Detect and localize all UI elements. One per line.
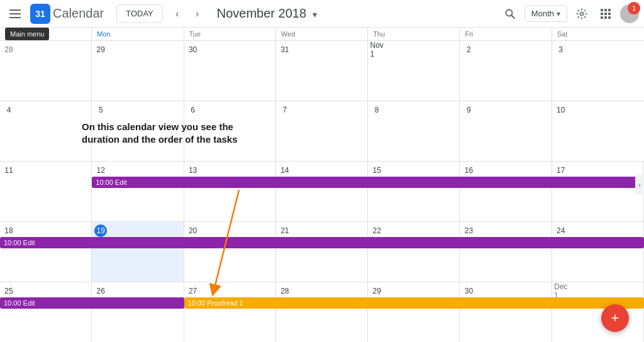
day-num: 31: [279, 43, 291, 56]
day-num: 29: [370, 285, 383, 297]
day-cell[interactable]: 30: [460, 282, 552, 342]
day-cell[interactable]: 2: [460, 41, 552, 101]
day-cell[interactable]: 18: [0, 222, 92, 282]
svg-rect-12: [601, 16, 603, 19]
apps-button[interactable]: [596, 4, 615, 23]
next-button[interactable]: ›: [188, 4, 207, 23]
svg-rect-8: [608, 9, 611, 11]
day-headers: Sun Mon Tue Wed Thu Fri Sat: [0, 28, 644, 41]
day-num: 28: [279, 285, 291, 297]
day-num: 11: [3, 164, 15, 177]
day-num: 15: [370, 164, 383, 177]
account-button[interactable]: 1: [620, 4, 639, 23]
event-bar-edit-week5[interactable]: 10:00 Edit: [0, 297, 184, 309]
today-button[interactable]: TODAY: [116, 4, 163, 23]
svg-rect-7: [604, 9, 607, 11]
day-cell[interactable]: 11: [0, 162, 92, 221]
nav-controls: ‹ ›: [168, 4, 207, 23]
day-cell[interactable]: 5: [92, 101, 184, 161]
logo-icon: 31: [30, 4, 50, 24]
week-row: 4 5 6 7 8 9 10: [0, 101, 644, 162]
day-num: 23: [462, 224, 475, 237]
event-bar-edit-week3[interactable]: 10:00 Edit: [92, 177, 644, 188]
calendar-container: Sun Mon Tue Wed Thu Fri Sat 28 29 30 31 …: [0, 28, 644, 342]
day-num: 14: [279, 164, 291, 177]
svg-rect-10: [604, 13, 607, 15]
view-label: Month: [531, 9, 554, 18]
week-row: 11 12 13 14 15 16 17 10:00 Edit: [0, 162, 644, 222]
day-cell[interactable]: 7: [276, 101, 368, 161]
event-bar-edit-week4[interactable]: 10:00 Edit: [0, 237, 644, 248]
day-cell[interactable]: 29: [368, 282, 460, 342]
day-cell[interactable]: 8: [368, 101, 460, 161]
day-cell[interactable]: 23: [460, 222, 552, 282]
day-cell[interactable]: 26: [92, 282, 184, 342]
day-cell[interactable]: 14: [276, 162, 368, 221]
day-num: 7: [279, 104, 291, 116]
day-cell[interactable]: 28: [0, 41, 92, 101]
day-cell[interactable]: 16: [460, 162, 552, 221]
svg-rect-13: [604, 16, 607, 19]
header-right: Month ▾ 1: [501, 4, 639, 23]
settings-button[interactable]: [572, 4, 591, 23]
side-collapse-button[interactable]: ›: [635, 175, 644, 195]
svg-rect-0: [9, 9, 21, 11]
view-dropdown-icon: ▾: [557, 9, 560, 18]
event-label: 10:00 Edit: [96, 179, 127, 186]
day-num: 18: [3, 224, 15, 237]
day-cell[interactable]: 31: [276, 41, 368, 101]
day-num: 4: [3, 104, 15, 116]
create-event-fab[interactable]: +: [601, 304, 629, 332]
day-cell[interactable]: 30: [184, 41, 276, 101]
day-cell[interactable]: 15: [368, 162, 460, 221]
day-cell[interactable]: 13: [184, 162, 276, 221]
day-cell[interactable]: 10: [552, 101, 644, 161]
day-num: 6: [187, 104, 199, 116]
search-button[interactable]: [501, 4, 519, 23]
day-cell[interactable]: 24: [552, 222, 644, 282]
day-cell[interactable]: 25: [0, 282, 92, 342]
weeks-container: 28 29 30 31 Nov 1 2 3 4 5 6 7 8 9 10 11 …: [0, 41, 644, 342]
main-menu-tooltip: Main menu: [5, 28, 49, 40]
svg-point-5: [580, 12, 584, 15]
day-cell[interactable]: 22: [368, 222, 460, 282]
day-cell[interactable]: Nov 1: [368, 41, 460, 101]
title-dropdown-icon[interactable]: ▾: [313, 9, 317, 19]
day-num: 2: [462, 43, 475, 56]
title-text: November 2018: [217, 6, 306, 20]
day-cell[interactable]: 21: [276, 222, 368, 282]
view-selector[interactable]: Month ▾: [525, 5, 567, 22]
day-cell[interactable]: 28: [276, 282, 368, 342]
day-num: 30: [187, 43, 199, 56]
day-cell-today[interactable]: 19: [92, 222, 184, 282]
day-cell[interactable]: 4: [0, 101, 92, 161]
day-num: 27: [187, 285, 199, 297]
day-cell[interactable]: Dec 1: [552, 282, 644, 342]
menu-button[interactable]: [5, 4, 25, 24]
day-cell[interactable]: 3: [552, 41, 644, 101]
day-cell[interactable]: 12: [92, 162, 184, 221]
day-num: 20: [187, 224, 199, 237]
event-bar-proofread[interactable]: 10:00 Proofread 1: [184, 297, 644, 309]
week-row: 25 26 27 28 29 30 Dec 1 10:00 Edit 10:00…: [0, 282, 644, 342]
day-header-fri: Fri: [460, 28, 552, 40]
day-cell[interactable]: 6: [184, 101, 276, 161]
day-num: 9: [462, 104, 475, 116]
svg-line-4: [511, 15, 514, 18]
day-header-wed: Wed: [276, 28, 368, 40]
day-cell[interactable]: 29: [92, 41, 184, 101]
week-row: 28 29 30 31 Nov 1 2 3: [0, 41, 644, 101]
day-header-sat: Sat: [552, 28, 644, 40]
app-header: Main menu 31 Calendar TODAY ‹ › November…: [0, 0, 644, 28]
prev-button[interactable]: ‹: [168, 4, 187, 23]
day-cell[interactable]: 20: [184, 222, 276, 282]
day-num: Nov 1: [370, 43, 383, 56]
event-label: 10:00 Edit: [4, 299, 35, 307]
day-cell[interactable]: 17: [552, 162, 644, 221]
day-header-mon: Mon: [92, 28, 184, 40]
day-cell[interactable]: 27: [184, 282, 276, 342]
svg-rect-11: [608, 13, 611, 15]
day-cell[interactable]: 9: [460, 101, 552, 161]
day-num: 16: [462, 164, 475, 177]
day-num: 10: [555, 104, 567, 116]
